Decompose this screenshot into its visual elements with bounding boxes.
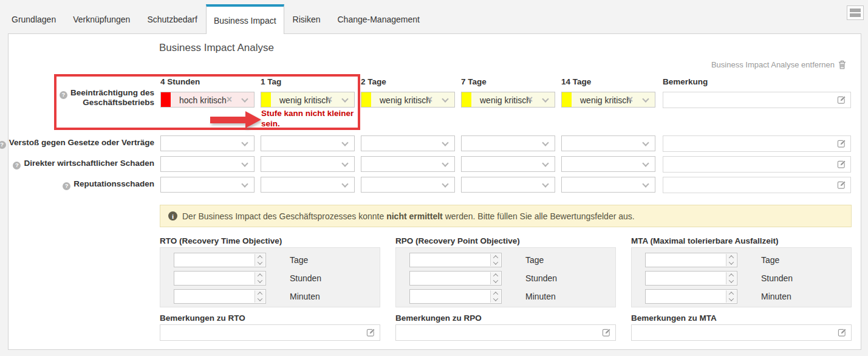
spinner-down-icon[interactable] [729,259,734,264]
bemerkung-input[interactable] [663,157,850,172]
remove-analysis-link[interactable]: Business Impact Analyse entfernen [711,60,846,69]
criticality-swatch-yellow [462,92,471,107]
number-input[interactable] [174,290,265,303]
chevron-down-icon [542,180,548,187]
select-verstoss-14-tage[interactable] [561,135,655,151]
spinner-down-icon[interactable] [493,296,498,301]
tab-change-management[interactable]: Change-Management [329,4,428,34]
select-schaden-7-tage[interactable] [461,156,555,172]
spinner-buttons[interactable] [490,272,501,284]
help-icon[interactable]: ? [13,162,21,169]
select-reputation-1-tag[interactable] [261,177,355,193]
spinner-buttons[interactable] [490,254,501,266]
tab-grundlagen[interactable]: Grundlagen [8,4,64,34]
number-input[interactable] [410,272,501,285]
rpo-tage-input[interactable] [409,253,502,267]
rto-tage-label: Tage [290,255,308,265]
number-input[interactable] [174,253,265,267]
spinner-down-icon[interactable] [258,259,262,264]
mta-tage-input[interactable] [645,253,737,267]
chevron-down-icon [642,139,649,146]
clear-selection-icon[interactable]: × [327,94,332,105]
select-beeintraechtigung-1-tag[interactable]: wenig kritisch × [261,92,355,108]
number-input[interactable] [646,253,737,267]
mta-bemerkung-input[interactable] [632,325,851,340]
clear-selection-icon[interactable]: × [227,94,232,105]
spinner-buttons[interactable] [726,290,736,303]
rpo-stunden-input[interactable] [409,271,502,286]
select-schaden-14-tage[interactable] [561,156,655,172]
rto-bemerkung-input[interactable] [160,325,380,340]
clear-selection-icon[interactable]: × [527,94,533,105]
spinner-buttons[interactable] [255,290,265,303]
spinner-buttons[interactable] [490,290,501,303]
spinner-buttons[interactable] [255,272,265,284]
number-input[interactable] [646,272,737,285]
spinner-down-icon[interactable] [258,278,262,282]
select-reputation-7-tage[interactable] [461,177,555,193]
criticality-swatch-yellow [562,92,572,107]
rpo-minuten-input[interactable] [409,289,502,304]
select-verstoss-7-tage[interactable] [461,135,555,151]
spinner-buttons[interactable] [255,254,265,266]
rpo-bemerkung-field [395,324,616,341]
chevron-down-icon [642,95,649,102]
select-verstoss-1-tag[interactable] [261,135,355,151]
validation-error-text: Stufe kann nicht kleiner sein. [261,108,366,129]
list-view-icon[interactable] [847,5,864,20]
chevron-down-icon [542,95,548,102]
select-reputation-14-tage[interactable] [561,177,655,193]
spinner-down-icon[interactable] [493,278,498,282]
spinner-down-icon[interactable] [729,278,734,282]
select-beeintraechtigung-2-tage[interactable]: wenig kritisch × [361,92,455,108]
bemerkung-input[interactable] [663,92,850,108]
spinner-down-icon[interactable] [493,259,498,264]
select-schaden-1-tag[interactable] [261,156,355,172]
select-beeintraechtigung-4-stunden[interactable]: hoch kritisch × [160,92,255,108]
select-reputation-4-stunden[interactable] [160,177,255,193]
mta-minuten-input[interactable] [645,289,737,304]
chevron-down-icon [442,95,448,102]
clear-selection-icon[interactable]: × [627,94,633,105]
rto-tage-input[interactable] [174,253,266,267]
rto-minuten-label: Minuten [290,292,320,301]
select-schaden-4-stunden[interactable] [160,156,255,172]
help-icon[interactable]: ? [63,182,70,190]
select-beeintraechtigung-14-tage[interactable]: wenig kritisch × [561,92,655,108]
select-verstoss-2-tage[interactable] [361,135,455,151]
select-beeintraechtigung-7-tage[interactable]: wenig kritisch × [461,92,555,108]
help-icon[interactable]: ? [0,141,6,149]
bemerkung-input[interactable] [663,177,850,193]
rto-stunden-label: Stunden [290,273,321,283]
trash-icon[interactable] [838,60,846,69]
bemerkung-input[interactable] [663,136,850,151]
number-input[interactable] [410,253,501,267]
mta-minuten-label: Minuten [761,292,791,301]
rto-minuten-input[interactable] [174,289,266,304]
number-input[interactable] [174,272,265,285]
chevron-down-icon [241,95,248,102]
info-icon: i [168,211,177,221]
mta-stunden-input[interactable] [645,271,737,286]
select-schaden-2-tage[interactable] [361,156,455,172]
spinner-down-icon[interactable] [258,296,262,301]
tab-schutzbedarf[interactable]: Schutzbedarf [138,4,206,34]
spinner-buttons[interactable] [726,254,736,266]
clear-selection-icon[interactable]: × [427,94,432,105]
rto-bemerkung-field [160,324,380,341]
tab-business-impact[interactable]: Business Impact [206,4,284,34]
tab-verknuepfungen[interactable]: Verknüpfungen [64,4,138,34]
select-reputation-2-tage[interactable] [361,177,455,193]
help-icon[interactable]: ? [60,91,67,99]
select-verstoss-4-stunden[interactable] [160,135,255,151]
rpo-panel: Tage Stunden Minuten [395,247,616,307]
tab-risiken[interactable]: Risiken [284,4,329,34]
number-input[interactable] [410,290,501,303]
number-input[interactable] [646,290,737,303]
rpo-bemerkung-input[interactable] [396,325,615,340]
rto-stunden-input[interactable] [174,271,266,286]
spinner-down-icon[interactable] [729,296,734,301]
rpo-section-title: RPO (Recovery Point Objective) [395,236,520,245]
chevron-down-icon [442,180,448,187]
spinner-buttons[interactable] [726,272,736,284]
